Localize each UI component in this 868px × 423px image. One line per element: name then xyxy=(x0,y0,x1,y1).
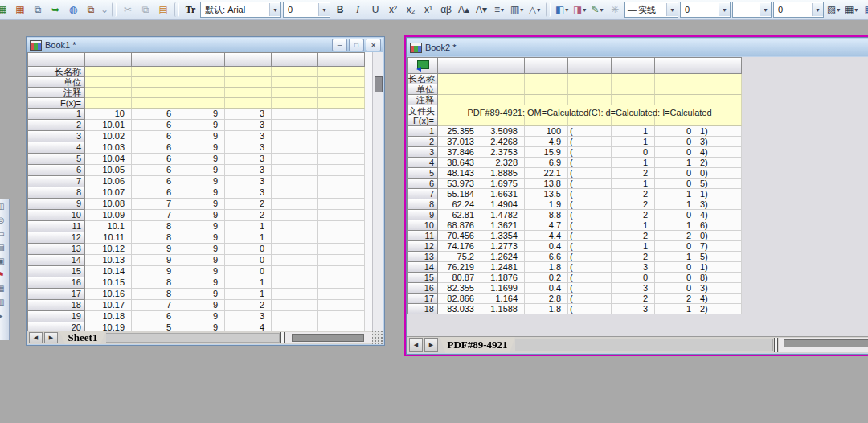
column-header[interactable] xyxy=(272,52,318,67)
cell-c[interactable]: 0.4 xyxy=(525,241,568,252)
cell-e[interactable] xyxy=(272,300,318,311)
book1-corner-cell[interactable] xyxy=(27,52,85,67)
import-data-icon[interactable]: ➥ ▾ xyxy=(47,2,63,18)
cell-d[interactable]: 1 xyxy=(225,221,272,232)
cell-b[interactable]: 6 xyxy=(132,165,178,176)
cell-e[interactable]: 0 xyxy=(612,273,655,283)
cell-b[interactable]: 2.4268 xyxy=(481,137,525,147)
units-cell[interactable] xyxy=(525,84,568,95)
cell-f[interactable]: 0 xyxy=(655,168,698,179)
cell-b[interactable]: 1.1876 xyxy=(481,273,525,283)
chevron-down-icon[interactable]: ▾ xyxy=(583,6,586,14)
fx-cell[interactable] xyxy=(132,98,178,109)
row-number[interactable]: 4 xyxy=(407,158,438,168)
cell-b[interactable]: 1.164 xyxy=(481,294,525,304)
tab-scroll-left[interactable]: ◀ xyxy=(29,332,43,343)
cell-d[interactable]: ( xyxy=(568,126,612,137)
row-number[interactable]: 5 xyxy=(407,168,438,179)
chevron-down-icon[interactable]: ▾ xyxy=(269,3,280,16)
cell-f[interactable]: 2 xyxy=(655,294,698,304)
column-header[interactable] xyxy=(178,52,225,67)
chevron-down-icon[interactable]: ▾ xyxy=(520,6,523,14)
pattern-width-combo[interactable]: 0 ▾ xyxy=(773,2,824,18)
cell-d[interactable]: 3 xyxy=(225,187,272,199)
cell-c[interactable]: 9 xyxy=(178,120,225,131)
cell-g[interactable]: 1) xyxy=(698,262,742,273)
cell-b[interactable]: 8 xyxy=(132,232,178,244)
cell-c[interactable]: 9 xyxy=(178,289,225,300)
increase-font-button[interactable]: A▴ ▾ xyxy=(456,2,472,18)
cell-b[interactable]: 6 xyxy=(132,154,178,165)
fill-pattern-combo[interactable]: ▾ xyxy=(732,2,772,18)
cell-b[interactable]: 1.6631 xyxy=(481,189,525,199)
scrollbar-thumb[interactable] xyxy=(375,76,383,92)
horizontal-scrollbar[interactable] xyxy=(779,338,868,352)
cell-b[interactable]: 8 xyxy=(132,221,178,232)
comments-cell[interactable] xyxy=(568,95,612,105)
new-worksheet-icon[interactable]: ▦ ▾ xyxy=(0,2,10,18)
cell-e[interactable]: 3 xyxy=(612,304,655,314)
cell-d[interactable]: 2 xyxy=(225,210,272,221)
cell-c[interactable]: 0.2 xyxy=(525,273,568,283)
greek-symbol-button[interactable]: αβ ▾ xyxy=(438,2,454,18)
cell-b[interactable]: 9 xyxy=(132,255,178,266)
cell-e[interactable] xyxy=(272,311,318,322)
cell-c[interactable]: 13.8 xyxy=(525,179,568,189)
longname-cell[interactable] xyxy=(132,67,178,77)
cell-b[interactable]: 1.8885 xyxy=(481,168,525,179)
align-dropdown[interactable]: ≡ ▾ xyxy=(491,2,507,18)
cell-b[interactable]: 8 xyxy=(132,289,178,300)
units-cell[interactable] xyxy=(225,77,272,88)
cell-c[interactable]: 6.6 xyxy=(525,252,568,262)
cell-d[interactable]: 3 xyxy=(225,142,272,154)
cut-icon[interactable]: ✂ ▾ xyxy=(120,2,136,18)
cell-a[interactable]: 70.456 xyxy=(438,231,481,241)
fx-cell[interactable] xyxy=(655,116,698,126)
cell-d[interactable]: ( xyxy=(568,210,612,220)
row-number[interactable]: 9 xyxy=(407,210,438,220)
units-cell[interactable] xyxy=(178,77,225,88)
cell-e[interactable] xyxy=(272,244,318,255)
cell-a[interactable]: 37.013 xyxy=(438,137,481,147)
cell-b[interactable]: 9 xyxy=(132,266,178,277)
cell-c[interactable]: 9 xyxy=(178,266,225,277)
cell-g[interactable]: 8) xyxy=(698,273,742,283)
cell-b[interactable]: 1.2773 xyxy=(481,241,525,252)
cell-g[interactable]: 1) xyxy=(698,189,742,199)
chevron-down-icon[interactable]: ▾ xyxy=(760,3,771,16)
cell-f[interactable] xyxy=(318,221,365,232)
cell-g[interactable]: 3) xyxy=(698,283,742,294)
underline-button[interactable]: U ▾ xyxy=(367,2,383,18)
cell-e[interactable] xyxy=(272,221,318,232)
fill-color-dropdown[interactable]: ◧ ▾ xyxy=(554,2,570,18)
cell-c[interactable]: 6.9 xyxy=(525,158,568,168)
cell-e[interactable] xyxy=(272,131,318,142)
cell-e[interactable] xyxy=(272,176,318,187)
cell-c[interactable]: 9 xyxy=(178,142,225,154)
cell-f[interactable]: 1 xyxy=(655,199,698,210)
cell-b[interactable]: 7 xyxy=(132,210,178,221)
row-number[interactable]: 7 xyxy=(27,176,85,187)
longname-cell[interactable] xyxy=(655,74,698,84)
column-header[interactable] xyxy=(481,57,525,74)
cascade-windows-icon[interactable]: ⧉ ▾ xyxy=(30,2,46,18)
fx-cell[interactable] xyxy=(85,98,132,109)
cell-f[interactable] xyxy=(318,255,365,266)
cell-f[interactable] xyxy=(318,187,365,199)
cell-g[interactable]: 3) xyxy=(698,137,742,147)
cell-e[interactable] xyxy=(272,142,318,154)
row-number[interactable]: 11 xyxy=(27,221,85,232)
cell-b[interactable]: 1.3354 xyxy=(481,231,525,241)
clipped-tool-icon-4[interactable]: ▤ xyxy=(0,240,7,254)
cell-a[interactable]: 10.1 xyxy=(85,221,132,232)
cell-e[interactable]: 1 xyxy=(612,137,655,147)
cell-d[interactable]: ( xyxy=(568,147,612,158)
cell-e[interactable] xyxy=(272,210,318,221)
grid-lines-dropdown[interactable]: ▦ ▾ xyxy=(843,2,859,18)
row-label[interactable]: F(x)= xyxy=(27,98,85,109)
cell-e[interactable]: 2 xyxy=(612,210,655,220)
row-number[interactable]: 6 xyxy=(407,179,438,189)
hatch-pattern-dropdown[interactable]: ▨ ▾ xyxy=(825,2,841,18)
row-number[interactable]: 17 xyxy=(407,294,438,304)
clipped-tool-icon-6[interactable]: ⚑ xyxy=(0,268,7,281)
